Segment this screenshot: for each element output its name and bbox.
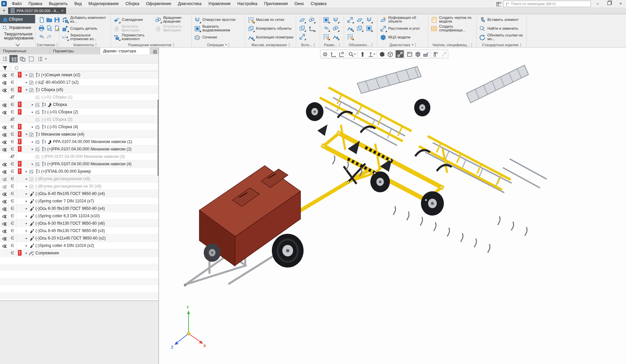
simple-hole-button[interactable]: Отверстие простое: [194, 15, 243, 24]
tree-include-cell[interactable]: ∈: [8, 145, 17, 152]
tree-visibility-cell[interactable]: [0, 175, 8, 182]
expand-arrow-icon[interactable]: ▸: [30, 125, 35, 129]
expand-arrow-icon[interactable]: ▸: [24, 185, 29, 188]
construction-axis-button[interactable]: [308, 16, 315, 23]
cut-extrude-button[interactable]: Вырезать выдавливанием: [194, 24, 243, 33]
tree-visibility-cell[interactable]: [0, 153, 8, 160]
create-part-button[interactable]: Создать деталь: [61, 24, 109, 33]
tree-item[interactable]: ∈▸(-)Втулка дистанционная на 30 (x8): [0, 183, 159, 190]
toolbar-dropdown-icon[interactable]: ▾: [45, 57, 47, 60]
note-leader-button[interactable]: [346, 16, 353, 23]
new-tab-button[interactable]: +: [0, 7, 8, 14]
mirror-components-button[interactable]: Зеркальное отражение ко...: [61, 33, 109, 41]
coordinate-axes-button[interactable]: [366, 50, 374, 58]
ribbon-group-label[interactable]: Компоненты: [59, 42, 111, 47]
paint-model-button[interactable]: [422, 50, 430, 58]
tree-visibility-cell[interactable]: [0, 168, 8, 175]
tree-scrollbar[interactable]: [158, 100, 159, 176]
toolbar-dropdown-icon[interactable]: ▾: [354, 53, 355, 56]
insert-element-button[interactable]: Вставить элемент: [479, 15, 524, 24]
tree-components-button[interactable]: [18, 55, 26, 62]
tree-visibility-cell[interactable]: [0, 197, 8, 204]
show-mates-button[interactable]: [396, 50, 404, 58]
tree-item[interactable]: ∈!▾Механизм навески (x4): [0, 131, 159, 138]
construction-plane-button[interactable]: [298, 16, 305, 23]
placement-ellipse-button[interactable]: [332, 16, 339, 23]
expand-arrow-icon[interactable]: ▸: [24, 229, 29, 232]
tree-item[interactable]: ∈!▾Сборка (x5): [0, 86, 159, 93]
close-button[interactable]: ×: [616, 0, 625, 7]
menu-item[interactable]: Моделирование: [85, 0, 122, 7]
group-dropdown-icon[interactable]: ▾: [412, 43, 413, 46]
tree-include-cell[interactable]: ∈: [8, 116, 17, 123]
ribbon-group-label[interactable]: Диагностика▾: [377, 42, 428, 47]
tree-include-cell[interactable]: ∈: [8, 197, 17, 204]
create-drawing-button[interactable]: Создать чертеж по модели: [430, 15, 474, 24]
tree-visibility-cell[interactable]: [0, 205, 8, 212]
panel-tab[interactable]: Переменные: [0, 48, 50, 54]
ribbon-category[interactable]: Твердотельное моделирование: [0, 32, 35, 40]
display-settings-button[interactable]: [321, 50, 329, 58]
tree-include-cell[interactable]: ∈: [8, 93, 17, 101]
tree-item[interactable]: ∈▸(-)ЦГ-80.40x500.17 (x2): [0, 79, 159, 86]
document-properties-button[interactable]: [53, 25, 60, 31]
expand-arrow-icon[interactable]: ▸: [24, 199, 29, 203]
expand-arrow-icon[interactable]: ▸: [24, 236, 29, 240]
tree-item[interactable]: ∈(-)PPA.0107.04.00.000 Механизм навески …: [0, 153, 159, 160]
minimize-button[interactable]: –: [593, 0, 602, 7]
expand-arrow-icon[interactable]: ▸: [30, 103, 35, 106]
tree-visibility-cell[interactable]: [0, 220, 8, 227]
tree-visibility-cell[interactable]: [0, 123, 8, 130]
placement-arc-button[interactable]: [322, 25, 329, 31]
mass-properties-button[interactable]: МЦХ модели: [379, 33, 426, 41]
expand-arrow-icon[interactable]: ▸: [30, 147, 35, 151]
tree-item[interactable]: ∈▸(-)Ось 6-20 h11x45 ГОСТ 9650-80 (x2): [0, 234, 159, 242]
placement-curve-button[interactable]: [332, 33, 339, 40]
add-component-from-button[interactable]: Добавить компонент из...: [61, 15, 109, 24]
expand-arrow-icon[interactable]: ▸: [30, 140, 35, 143]
command-search-input[interactable]: [510, 1, 589, 6]
placement-grid-button[interactable]: [322, 33, 329, 40]
tree-include-cell[interactable]: ∈: [8, 71, 17, 78]
tree-include-cell[interactable]: ∈: [8, 183, 17, 190]
tree-item[interactable]: ∈!▸PPA.0107.04.00.000 Механизм навески (…: [0, 138, 159, 145]
menu-item[interactable]: Диагностика: [175, 0, 205, 7]
disable-fixation-button[interactable]: Отключить фиксацию: [154, 24, 189, 33]
ribbon-group-label[interactable]: Обозначен...: [344, 42, 377, 47]
expand-arrow-icon[interactable]: ▸: [30, 110, 35, 114]
tree-include-cell[interactable]: ∈: [8, 108, 17, 115]
enable-fixation-button[interactable]: Включить фиксацию: [113, 24, 151, 33]
expand-arrow-icon[interactable]: ▸: [24, 73, 29, 77]
tree-include-cell[interactable]: ∈: [8, 242, 17, 249]
tree-item[interactable]: ∈▸(-)Spring cotter 7 DIN 11024 (x7): [0, 197, 159, 205]
tree-item[interactable]: ∈!▸(-)-01 Сборка (4): [0, 123, 159, 131]
ribbon-group-label[interactable]: Массив, копирование: [245, 42, 296, 47]
tab-close-icon[interactable]: ×: [61, 8, 63, 13]
filter-funnel-icon[interactable]: [2, 65, 7, 70]
new-document-button[interactable]: [38, 16, 45, 23]
group-dropdown-icon[interactable]: ▾: [225, 43, 227, 46]
update-links-button[interactable]: Обновить ссылки на мо...: [479, 33, 524, 41]
menu-item[interactable]: Сборка: [122, 0, 143, 7]
placement-rect-button[interactable]: [322, 16, 329, 23]
tree-include-cell[interactable]: ∈: [8, 227, 17, 234]
tree-visibility-cell[interactable]: [0, 183, 8, 190]
tree-item[interactable]: ∈!▸(-)-01 Сборка (2): [0, 108, 159, 116]
tree-visibility-cell[interactable]: [0, 160, 8, 167]
tree-item[interactable]: ∈!▸Сопряжения: [0, 249, 159, 257]
tree-include-cell[interactable]: ∈: [8, 190, 17, 197]
expand-arrow-icon[interactable]: ▸: [24, 192, 29, 195]
expand-arrow-icon[interactable]: ▸: [24, 222, 29, 225]
menu-item[interactable]: Управление: [205, 0, 234, 7]
tree-include-cell[interactable]: ∈: [8, 249, 17, 256]
tree-visibility-cell[interactable]: [0, 227, 8, 234]
move-component-button[interactable]: Переместить компонент: [113, 33, 151, 41]
panel-tab[interactable]: Параметры: [50, 48, 100, 54]
tree-item[interactable]: ∈▸(-)Втулка дистанционная (x8): [0, 175, 159, 183]
menu-item[interactable]: Вид: [71, 0, 85, 7]
ribbon-category[interactable]: Сборка: [0, 15, 35, 23]
workspace-panels-icon[interactable]: [496, 1, 501, 6]
copy-objects-button[interactable]: Копировать объекты: [247, 24, 293, 33]
local-cs-saved-button[interactable]: [337, 50, 345, 58]
ribbon-group-label[interactable]: Размещение компонентов: [111, 42, 191, 47]
